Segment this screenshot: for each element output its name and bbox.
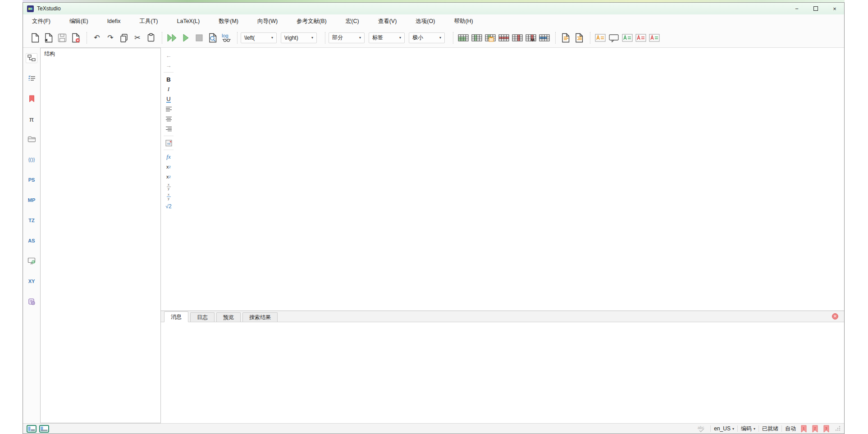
dock-asymptote-button[interactable]: AS [26,236,37,246]
menu-help[interactable]: 帮助(H) [450,16,476,27]
dock-metapost-button[interactable]: MP [26,195,37,205]
new-document-button[interactable] [28,31,42,45]
todo-note-button[interactable] [594,31,607,45]
toggle-bottom-panel-button[interactable] [39,425,49,433]
maximize-button[interactable] [806,3,825,14]
table-remove-column-button[interactable] [511,31,524,45]
dock-bookmarks-button[interactable] [26,94,37,104]
language-dropdown[interactable]: en_US ▾ [714,425,734,432]
align-right-button[interactable] [163,125,174,133]
reindent-source-button[interactable] [572,31,586,45]
paste-button[interactable] [144,31,158,45]
left-delimiter-dropdown[interactable]: \left( ▾ [241,32,277,43]
menu-idefix[interactable]: Idefix [104,16,124,26]
go-back-button[interactable]: ← [163,51,174,59]
statusbar: abc en_US ▾ 编码 ▾ 已就绪 自动 1 2 [23,423,844,434]
dock-todo-list-button[interactable] [26,73,37,83]
dock-symbols-button[interactable]: π [26,114,37,124]
redo-button[interactable]: ↷ [104,31,117,45]
go-forward-button[interactable]: → [163,61,174,69]
close-document-button[interactable] [69,31,82,45]
align-source-button[interactable] [559,31,572,45]
menu-file[interactable]: 文件(F) [28,16,54,27]
tab-search-results[interactable]: 搜索结果 [242,312,278,322]
dock-beamer-button[interactable] [26,256,37,266]
accept-change-button[interactable] [648,31,661,45]
next-change-button[interactable] [621,31,634,45]
menu-tools[interactable]: 工具(T) [136,16,162,27]
dock-xypic-button[interactable]: XY [26,276,37,286]
tab-preview[interactable]: 预览 [216,312,241,322]
previous-change-button[interactable] [634,31,648,45]
superscript-digit: 2 [169,175,171,179]
text-editor[interactable] [176,48,844,311]
label-dropdown[interactable]: 标签 ▾ [369,32,405,43]
close-button[interactable]: × [825,3,844,14]
table-cut-column-button[interactable] [524,31,538,45]
right-delimiter-dropdown[interactable]: \right) ▾ [281,32,317,43]
dock-files-button[interactable] [26,134,37,144]
titlebar: TeXstudio − × [23,3,844,14]
table-add-row-button[interactable] [457,31,470,45]
align-left-button[interactable] [163,105,174,113]
copy-button[interactable] [117,31,131,45]
underline-button[interactable]: U [163,95,174,103]
toolbar-separator [325,32,325,44]
table-paste-column-button[interactable] [484,31,497,45]
bottom-panel: 消息 日志 预览 搜索结果 ✕ [161,311,844,423]
view-log-button[interactable]: log [219,31,233,45]
table-remove-row-button[interactable] [497,31,511,45]
tab-messages[interactable]: 消息 [164,311,188,322]
align-center-button[interactable] [163,115,174,123]
bold-button[interactable]: B [163,75,174,83]
close-panel-button[interactable]: ✕ [832,313,838,320]
section-level-dropdown[interactable]: 部分 ▾ [329,32,365,43]
sqrt-button[interactable]: √2 [163,202,174,210]
tab-log[interactable]: 日志 [190,312,215,322]
menu-edit[interactable]: 编辑(E) [66,16,92,27]
comment-bubble-button[interactable] [607,31,621,45]
menu-math[interactable]: 数学(M) [215,16,242,27]
encoding-dropdown[interactable]: 编码 ▾ [741,425,755,433]
small-fraction-button[interactable]: xy [163,183,174,191]
inline-math-button[interactable]: fx [163,153,174,161]
insert-figure-button[interactable] [163,139,174,147]
toggle-sidebar-button[interactable] [27,425,37,433]
superscript-button[interactable]: x2 [163,173,174,181]
view-pdf-button[interactable] [206,31,219,45]
menu-latex[interactable]: LaTeX(L) [174,16,204,26]
minimize-button[interactable]: − [787,3,806,14]
bookmark-3-number: 3 [825,426,827,430]
brackets-icon: {()} [28,157,35,162]
dock-pstricks-button[interactable]: PS [26,175,37,185]
stop-button[interactable] [192,31,206,45]
menu-view[interactable]: 查看(V) [375,16,401,27]
spellcheck-indicator[interactable]: abc [697,425,707,433]
save-button[interactable] [55,31,69,45]
menu-options[interactable]: 选项(O) [412,16,439,27]
bookmark-3-button[interactable]: 3 [823,425,830,433]
bookmark-1-button[interactable]: 1 [800,425,807,433]
dock-structure-button[interactable] [26,53,37,63]
menu-macros[interactable]: 宏(C) [342,16,363,27]
subscript-button[interactable]: x2 [163,163,174,171]
menu-wizard[interactable]: 向导(W) [254,16,281,27]
dock-math-brackets-button[interactable]: {()} [26,155,37,164]
structure-tree[interactable] [41,59,160,423]
cut-button[interactable]: ✂ [131,31,144,45]
dock-macros-scroll-button[interactable] [26,297,37,306]
italic-button[interactable]: I [163,85,174,93]
compile-and-view-button[interactable] [165,31,179,45]
compile-button[interactable] [179,31,192,45]
table-format-button[interactable] [538,31,551,45]
open-document-button[interactable] [42,31,55,45]
font-size-dropdown[interactable]: 极小 ▾ [409,32,445,43]
fraction-button[interactable]: xy [163,192,174,201]
menu-bibliography[interactable]: 参考文献(B) [293,16,330,27]
table-add-column-button[interactable] [470,31,484,45]
undo-button[interactable]: ↶ [90,31,104,45]
bookmark-2-button[interactable]: 2 [812,425,818,433]
resize-grip[interactable] [835,425,841,432]
chevron-down-icon: ▾ [754,427,755,431]
dock-tikz-button[interactable]: TZ [26,215,37,225]
